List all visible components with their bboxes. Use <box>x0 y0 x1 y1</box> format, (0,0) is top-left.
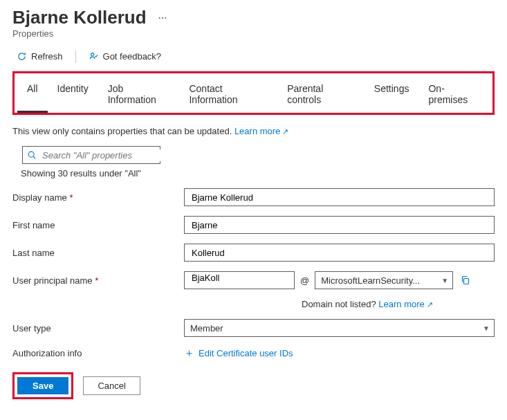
page-title: Bjarne Kollerud <box>12 7 147 28</box>
tab-job-information[interactable]: Job Information <box>98 77 180 113</box>
domain-select-value: MicrosoftLearnSecurity... <box>321 275 420 286</box>
plus-icon: ＋ <box>184 347 194 360</box>
last-name-input[interactable] <box>190 247 488 259</box>
external-link-icon: ↗ <box>282 127 288 136</box>
domain-help-text: Domain not listed? <box>302 299 376 309</box>
upn-label: User principal name * <box>12 275 184 286</box>
user-type-select[interactable]: Member ▼ <box>184 319 495 337</box>
at-symbol: @ <box>300 275 309 286</box>
feedback-icon <box>89 51 99 62</box>
svg-point-1 <box>162 17 163 18</box>
auth-info-label: Authorization info <box>12 348 184 358</box>
first-name-input[interactable] <box>190 219 488 231</box>
tabs-highlight: All Identity Job Information Contact Inf… <box>12 71 495 115</box>
cancel-button[interactable]: Cancel <box>83 376 140 395</box>
feedback-label: Got feedback? <box>103 51 162 62</box>
search-input[interactable] <box>41 149 160 161</box>
upn-input[interactable] <box>190 272 288 284</box>
page-subtitle: Properties <box>12 28 495 39</box>
tab-contact-information[interactable]: Contact Information <box>179 77 277 113</box>
refresh-icon <box>17 51 27 62</box>
svg-point-3 <box>91 53 93 56</box>
save-button[interactable]: Save <box>17 377 68 394</box>
domain-learn-more-link[interactable]: Learn more↗ <box>378 299 432 309</box>
svg-point-2 <box>165 17 166 18</box>
user-type-label: User type <box>12 323 184 334</box>
user-type-value: Member <box>190 323 223 334</box>
tab-identity[interactable]: Identity <box>48 77 98 113</box>
copy-button[interactable] <box>459 273 472 287</box>
more-actions-button[interactable] <box>155 10 170 26</box>
tab-all[interactable]: All <box>17 77 48 113</box>
last-name-field[interactable] <box>184 244 495 262</box>
display-name-label: Display name * <box>12 192 184 203</box>
upn-field[interactable] <box>184 271 295 289</box>
display-name-input[interactable] <box>190 192 488 203</box>
search-box[interactable] <box>22 146 160 164</box>
last-name-label: Last name <box>12 248 184 258</box>
external-link-icon: ↗ <box>427 300 433 309</box>
chevron-down-icon: ▼ <box>483 325 490 332</box>
edit-certificate-link[interactable]: ＋ Edit Certificate user IDs <box>184 347 293 360</box>
search-icon <box>27 150 37 160</box>
domain-select[interactable]: MicrosoftLearnSecurity... ▼ <box>315 271 453 289</box>
refresh-label: Refresh <box>31 51 63 62</box>
results-count: Showing 30 results under "All" <box>21 168 495 179</box>
svg-point-0 <box>158 17 160 18</box>
learn-more-link[interactable]: Learn more↗ <box>234 126 288 136</box>
chevron-down-icon: ▼ <box>441 277 448 284</box>
svg-point-4 <box>28 152 34 157</box>
svg-rect-5 <box>464 279 469 284</box>
save-highlight: Save <box>12 372 73 399</box>
feedback-button[interactable]: Got feedback? <box>84 48 166 64</box>
tab-settings[interactable]: Settings <box>365 77 419 113</box>
first-name-field[interactable] <box>184 216 495 234</box>
display-name-field[interactable] <box>184 188 495 206</box>
toolbar-separator <box>75 51 76 63</box>
info-text: This view only contains properties that … <box>12 126 232 136</box>
first-name-label: First name <box>12 220 184 230</box>
tab-on-premises[interactable]: On-premises <box>418 77 490 113</box>
refresh-button[interactable]: Refresh <box>12 48 67 64</box>
tab-bar: All Identity Job Information Contact Inf… <box>17 77 490 113</box>
tab-parental-controls[interactable]: Parental controls <box>277 77 365 113</box>
